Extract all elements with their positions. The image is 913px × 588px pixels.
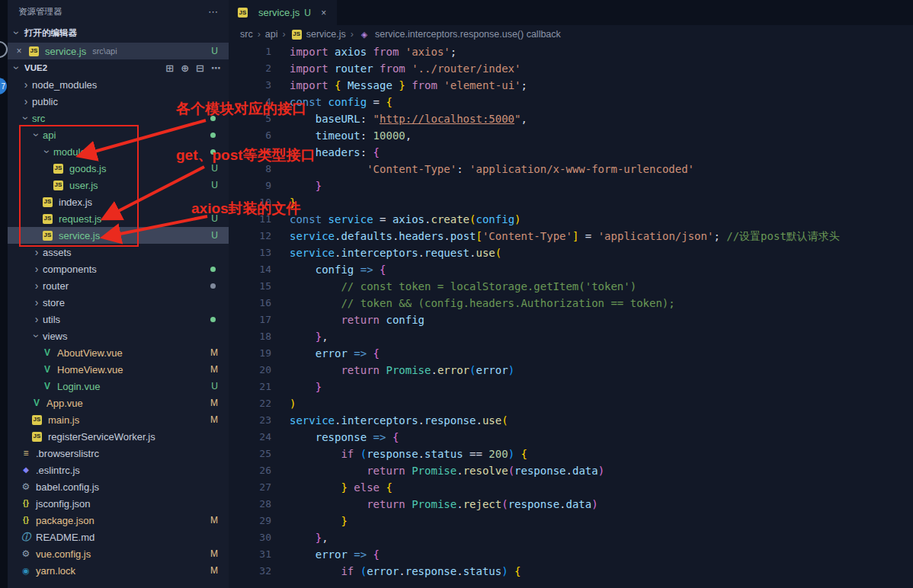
line-number: 28 [229, 496, 290, 513]
code-lines[interactable]: 1import axios from 'axios';2import route… [229, 43, 913, 588]
code-line: 28 return Promise.reject(response.data) [229, 496, 913, 513]
new-folder-icon[interactable]: ⊕ [181, 63, 189, 73]
tree-file-package.json[interactable]: {}package.jsonM [8, 512, 229, 529]
git-change-dot [210, 317, 216, 322]
breadcrumb-item[interactable]: src [240, 29, 253, 40]
code-line: 9 } [229, 177, 913, 194]
vue-file-icon: V [41, 380, 53, 392]
chevron-right-icon: › [30, 264, 43, 274]
tree-file-jsconfig.json[interactable]: {}jsconfig.json [8, 495, 229, 512]
code-line: 11const service = axios.create(config) [229, 211, 913, 228]
close-icon[interactable]: × [319, 8, 329, 18]
line-number: 20 [229, 362, 290, 379]
line-number: 27 [229, 479, 290, 496]
tree-item-label: node_modules [32, 79, 97, 91]
code-text: } [290, 513, 348, 529]
tree-folder-assets[interactable]: ›assets [8, 244, 229, 260]
git-status-badge: M [210, 515, 218, 526]
tab-label: service.js [258, 7, 300, 18]
git-status-badge: M [210, 565, 218, 576]
git-status-badge: M [210, 364, 218, 375]
tree-file-registerServiceWorker.js[interactable]: JSregisterServiceWorker.js [8, 428, 229, 445]
git-change-dot [210, 283, 216, 289]
more-actions-icon[interactable]: ⋯ [211, 63, 221, 73]
code-line: 13service.interceptors.request.use( [229, 244, 913, 261]
open-editors-header[interactable]: › 打开的编辑器 [8, 23, 229, 43]
breadcrumb-item[interactable]: api [265, 29, 278, 40]
chevron-down-icon: › [31, 330, 42, 342]
chevron-right-icon: › [30, 297, 43, 308]
eslint-file-icon: ◆ [20, 464, 32, 476]
tree-file-index.js[interactable]: JSindex.js [8, 193, 229, 210]
code-text: } [290, 194, 296, 211]
chevron-down-icon: › [21, 112, 31, 124]
explorer-sidebar: 资源管理器 ⋯ › 打开的编辑器 × JS service.js src\api… [8, 0, 229, 588]
tree-file-user.js[interactable]: JSuser.jsU [8, 177, 229, 193]
chevron-down-icon: › [31, 129, 42, 141]
line-number: 25 [229, 446, 290, 462]
code-text: error => { [290, 546, 380, 563]
tree-file-goods.js[interactable]: JSgoods.jsU [8, 160, 229, 177]
line-number: 17 [229, 312, 290, 328]
tree-file-README.md[interactable]: ⓘREADME.md [8, 529, 229, 545]
tree-file-yarn.lock[interactable]: ◉yarn.lockM [8, 562, 229, 579]
tree-item-label: README.md [36, 532, 95, 543]
project-header[interactable]: › VUE2 ⊞ ⊕ ⊟ ⋯ [8, 59, 229, 76]
chevron-right-icon: › [30, 280, 43, 291]
code-line: 5 baseURL: "http://localhost:5000", [229, 110, 913, 127]
tree-file-App.vue[interactable]: VApp.vueM [8, 395, 229, 411]
tree-folder-utils[interactable]: ›utils [8, 311, 229, 328]
tree-folder-src[interactable]: ›src [8, 110, 229, 126]
tree-item-label: package.json [36, 515, 95, 526]
tree-folder-components[interactable]: ›components [8, 260, 229, 277]
tree-file-service.js[interactable]: JSservice.jsU [8, 227, 229, 244]
tree-folder-node_modules[interactable]: ›node_modules [8, 76, 229, 93]
tree-folder-api[interactable]: ›api [8, 126, 229, 143]
js-file-icon: JS [43, 197, 53, 207]
git-status-badge: U [211, 46, 218, 56]
code-line: 8 'Content-Type': 'application/x-www-for… [229, 161, 913, 177]
tree-item-label: .browserslistrc [36, 448, 99, 459]
code-line: 21 } [229, 379, 913, 395]
code-line: 10} [229, 194, 913, 211]
activity-icon-fragment[interactable] [0, 41, 8, 58]
code-line: 32 if (error.response.status) { [229, 563, 913, 580]
tree-file-.eslintrc.js[interactable]: ◆.eslintrc.js [8, 462, 229, 478]
tree-folder-modules[interactable]: ›modules [8, 143, 229, 160]
tree-file-babel.config.js[interactable]: ⚙babel.config.js [8, 478, 229, 495]
new-file-icon[interactable]: ⊞ [165, 63, 174, 73]
tree-file-HomeView.vue[interactable]: VHomeView.vueM [8, 361, 229, 378]
yarn-file-icon: ◉ [20, 564, 32, 577]
tree-folder-views[interactable]: ›views [8, 328, 229, 344]
breadcrumb-item[interactable]: service.interceptors.response.use() call… [375, 29, 561, 40]
tree-folder-public[interactable]: ›public [8, 93, 229, 110]
chevron-right-icon: › [20, 79, 32, 90]
code-line: 23service.interceptors.response.use( [229, 412, 913, 429]
js-file-icon: JS [292, 30, 302, 40]
code-text: return Promise.error(error) [290, 362, 514, 379]
tree-item-label: .eslintrc.js [36, 465, 80, 476]
tree-file-Login.vue[interactable]: VLogin.vueU [8, 378, 229, 395]
js-file-icon: JS [238, 8, 248, 18]
git-status-badge: M [210, 414, 218, 425]
editor-area: JS service.js U × src›api›JSservice.js›◈… [229, 0, 913, 588]
tab-servicejs[interactable]: JS service.js U × [229, 0, 337, 25]
git-status-badge: M [210, 347, 218, 358]
tree-file-vue.config.js[interactable]: ⚙vue.config.jsM [8, 545, 229, 562]
tree-file-request.js[interactable]: JSrequest.jsU [8, 210, 229, 227]
open-editor-item-servicejs[interactable]: × JS service.js src\api U [8, 43, 229, 59]
collapse-folders-icon[interactable]: ⊟ [196, 63, 204, 73]
code-line: 14 config => { [229, 261, 913, 278]
tree-folder-router[interactable]: ›router [8, 277, 229, 294]
code-line: 6 timeout: 10000, [229, 127, 913, 144]
tree-folder-store[interactable]: ›store [8, 294, 229, 311]
breadcrumb-item[interactable]: service.js [306, 29, 346, 40]
tree-item-label: babel.config.js [36, 481, 99, 493]
file-tree: ›node_modules›public›src›api›modulesJSgo… [8, 76, 229, 579]
code-text: return config [290, 312, 424, 328]
tree-file-AboutView.vue[interactable]: VAboutView.vueM [8, 344, 229, 361]
close-icon[interactable]: × [14, 46, 24, 56]
tree-file-main.js[interactable]: JSmain.jsM [8, 411, 229, 428]
tree-file-.browserslistrc[interactable]: ≡.browserslistrc [8, 445, 229, 462]
more-actions-icon[interactable]: ⋯ [208, 7, 218, 17]
